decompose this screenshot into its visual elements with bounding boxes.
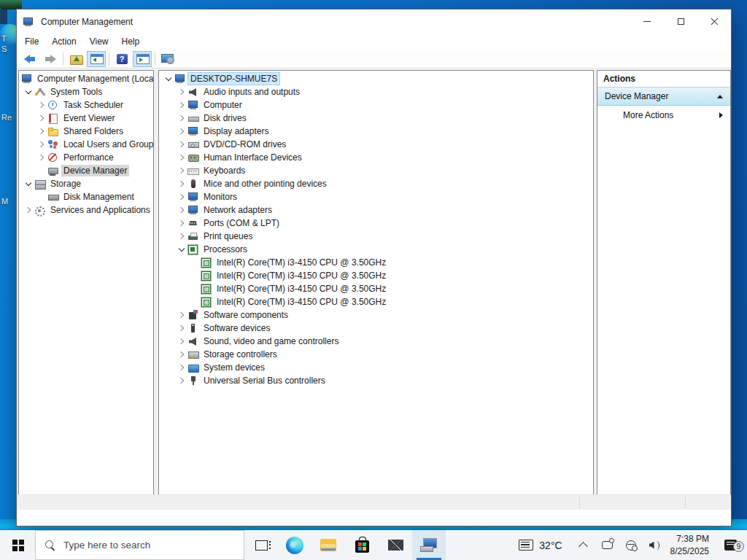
notification-center-button[interactable]: 9 [719,540,741,551]
tree-item-cpu[interactable]: Intel(R) Core(TM) i3-4150 CPU @ 3.50GHz [159,256,593,269]
tree-item-network-adapters[interactable]: Network adapters [159,203,593,217]
tree-item-local-users-and-groups[interactable]: Local Users and Groups [19,138,153,151]
more-actions-item[interactable]: More Actions [597,106,730,125]
chevron-right-icon[interactable] [22,203,34,217]
menu-action[interactable]: Action [45,34,82,49]
network-icon[interactable] [626,540,636,551]
show-action-pane-button[interactable] [133,51,152,67]
chevron-down-icon[interactable] [175,243,187,256]
meet-now-icon[interactable] [602,541,613,549]
tree-item-hid[interactable]: Human Interface Devices [159,151,593,164]
chevron-right-icon[interactable] [175,190,187,203]
tree-item-keyboards[interactable]: Keyboards [159,164,593,177]
chevron-right-icon[interactable] [175,217,187,230]
show-hidden-icons-chevron[interactable] [578,542,588,551]
actions-device-manager-section[interactable]: Device Manager [597,88,730,106]
tree-item-dvd-drives[interactable]: DVD/CD-ROM drives [159,138,593,151]
tree-item-cpu[interactable]: Intel(R) Core(TM) i3-4150 CPU @ 3.50GHz [159,282,593,295]
tree-item-audio-inputs[interactable]: Audio inputs and outputs [159,85,593,98]
tree-item-device-manager[interactable]: Device Manager [19,164,153,177]
tree-item-processors[interactable]: Processors [159,243,593,256]
chevron-right-icon[interactable] [175,230,187,243]
chevron-right-icon[interactable] [35,138,47,151]
edge-taskbar-button[interactable] [278,530,311,560]
tree-item-usb-controllers[interactable]: Universal Serial Bus controllers [159,374,593,387]
chevron-down-icon[interactable] [22,177,34,190]
search-input[interactable] [63,540,224,551]
help-button[interactable] [112,51,131,67]
tree-item-cpu[interactable]: Intel(R) Core(TM) i3-4150 CPU @ 3.50GHz [159,269,593,282]
taskbar-search[interactable] [35,530,244,560]
chevron-right-icon[interactable] [35,151,47,164]
news-weather-button[interactable]: 32°C [519,540,572,551]
tree-item-mice[interactable]: Mice and other pointing devices [159,177,593,190]
chevron-spacer[interactable] [188,282,201,295]
start-button[interactable] [0,530,35,560]
chevron-right-icon[interactable] [175,164,187,177]
chevron-right-icon[interactable] [175,98,187,112]
desktop-icon-fragment[interactable] [0,9,7,24]
up-one-level-button[interactable] [66,51,85,67]
close-button[interactable] [697,9,731,34]
chevron-right-icon[interactable] [175,125,187,138]
chevron-right-icon[interactable] [175,308,187,322]
chevron-right-icon[interactable] [175,322,187,335]
chevron-right-icon[interactable] [175,177,187,190]
maximize-button[interactable] [664,9,697,34]
chevron-spacer[interactable] [188,269,201,282]
tree-item-software-components[interactable]: Software components [159,308,593,322]
tree-item-disk-management[interactable]: Disk Management [19,190,153,203]
chevron-right-icon[interactable] [35,125,47,138]
tree-item-storage[interactable]: Storage [19,177,153,190]
tree-item-system-devices[interactable]: System devices [159,361,593,374]
store-taskbar-button[interactable] [345,530,379,560]
menu-view[interactable]: View [83,34,115,49]
chevron-right-icon[interactable] [175,112,187,125]
back-button[interactable] [20,51,39,67]
file-explorer-taskbar-button[interactable] [311,530,345,560]
tree-item-computer-category[interactable]: Computer [159,98,593,112]
chevron-right-icon[interactable] [175,138,187,151]
tree-item-monitors[interactable]: Monitors [159,190,593,203]
chevron-spacer[interactable] [188,295,201,308]
tree-item-storage-controllers[interactable]: Storage controllers [159,348,593,361]
tree-item-system-tools[interactable]: System Tools [19,85,153,98]
mail-taskbar-button[interactable] [379,530,412,560]
chevron-right-icon[interactable] [175,85,187,98]
chevron-right-icon[interactable] [175,335,187,348]
chevron-spacer[interactable] [188,256,201,269]
chevron-down-icon[interactable] [22,85,34,98]
chevron-right-icon[interactable] [175,203,187,217]
tree-item-task-scheduler[interactable]: Task Scheduler [19,98,153,112]
tree-item-cpu[interactable]: Intel(R) Core(TM) i3-4150 CPU @ 3.50GHz [159,295,593,308]
tree-item-computer-management[interactable]: Computer Management (Local) [19,72,153,85]
tree-item-disk-drives[interactable]: Disk drives [159,112,593,125]
tree-item-shared-folders[interactable]: Shared Folders [19,125,153,138]
chevron-spacer[interactable] [35,164,47,177]
clock[interactable]: 7:38 PM 8/25/2025 [670,533,709,556]
collapse-section-icon[interactable] [717,95,723,98]
tree-item-event-viewer[interactable]: Event Viewer [19,112,153,125]
minimize-button[interactable] [630,9,664,34]
chevron-spacer[interactable] [35,190,47,203]
task-view-button[interactable] [244,530,278,560]
remote-computer-button[interactable] [158,51,177,67]
title-bar[interactable]: Computer Management [17,9,731,34]
show-console-tree-button[interactable] [87,51,106,67]
tree-item-print-queues[interactable]: Print queues [159,230,593,243]
chevron-down-icon[interactable] [162,72,174,85]
menu-help[interactable]: Help [115,34,147,49]
chevron-right-icon[interactable] [35,112,47,125]
tree-item-software-devices[interactable]: Software devices [159,322,593,335]
chevron-right-icon[interactable] [175,151,187,164]
chevron-right-icon[interactable] [175,374,187,387]
chevron-right-icon[interactable] [175,361,187,374]
tree-item-sound-controllers[interactable]: Sound, video and game controllers [159,335,593,348]
tree-item-display-adapters[interactable]: Display adapters [159,125,593,138]
chevron-right-icon[interactable] [175,348,187,361]
tree-item-services-and-applications[interactable]: Services and Applications [19,203,153,217]
menu-file[interactable]: File [18,34,45,49]
tree-item-computer-node[interactable]: DESKTOP-SHMUE7S [159,72,593,85]
computer-management-taskbar-button[interactable] [412,530,446,560]
tree-item-performance[interactable]: Performance [19,151,153,164]
